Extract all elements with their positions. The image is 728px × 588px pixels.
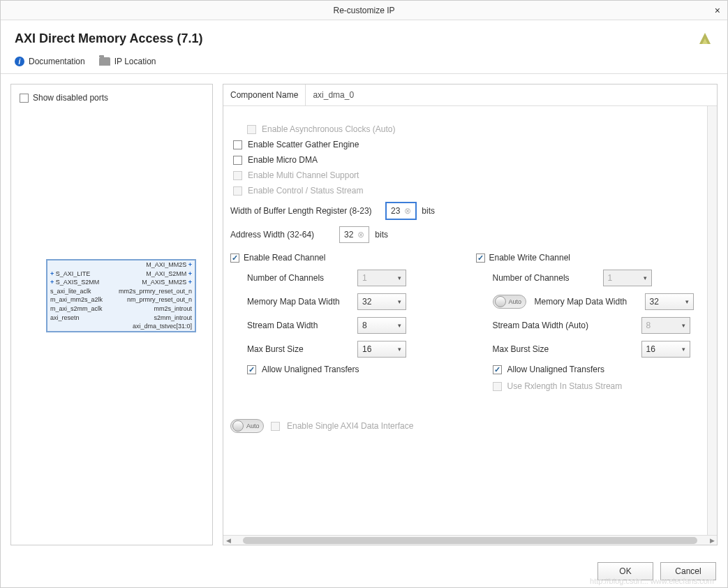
checkbox-icon bbox=[233, 156, 242, 165]
ok-button[interactable]: OK bbox=[597, 562, 653, 580]
folder-icon bbox=[99, 57, 110, 66]
write-mm-width-select[interactable]: 32▾ bbox=[645, 293, 694, 310]
channels-container: Enable Read Channel Number of Channels 1… bbox=[230, 253, 700, 398]
ip-block-diagram: M_AXI_MM2S + + S_AXI_LITEM_AXI_S2MM + + … bbox=[46, 259, 196, 332]
read-num-channels-select: 1▾ bbox=[357, 270, 406, 286]
show-disabled-ports-checkbox[interactable]: Show disabled ports bbox=[20, 93, 204, 103]
address-width-row: Address Width (32-64) 32 ⊗ bits bbox=[230, 226, 700, 243]
show-disabled-ports-label: Show disabled ports bbox=[33, 93, 108, 103]
window-title: Re-customize IP bbox=[333, 6, 394, 15]
enable-ctrl-status-checkbox: Enable Control / Status Stream bbox=[233, 186, 700, 196]
write-channel-group: Enable Write Channel Number of Channels … bbox=[476, 253, 701, 398]
vertical-scrollbar[interactable] bbox=[707, 106, 717, 535]
vendor-logo-icon bbox=[697, 30, 713, 47]
single-axi4-row: Auto Enable Single AXI4 Data Interface bbox=[230, 419, 700, 433]
address-width-input[interactable]: 32 ⊗ bbox=[339, 226, 369, 243]
checkbox-icon bbox=[247, 365, 256, 374]
header: AXI Direct Memory Access (7.1) bbox=[1, 20, 727, 54]
use-rxlength-checkbox: Use Rxlength In Status Stream bbox=[493, 381, 701, 391]
chevron-down-icon: ▾ bbox=[398, 322, 401, 329]
enable-write-channel-checkbox[interactable]: Enable Write Channel bbox=[476, 253, 701, 263]
documentation-link[interactable]: Documentation bbox=[29, 57, 85, 66]
checkbox-icon bbox=[233, 171, 242, 180]
buffer-width-label: Width of Buffer Length Register (8-23) bbox=[230, 206, 380, 216]
read-burst-select[interactable]: 16▾ bbox=[357, 341, 406, 358]
buffer-width-unit: bits bbox=[422, 206, 435, 216]
read-allow-unaligned-checkbox[interactable]: Allow Unaligned Transfers bbox=[247, 365, 455, 374]
checkbox-icon bbox=[233, 140, 242, 149]
auto-toggle[interactable]: Auto bbox=[230, 419, 264, 433]
write-stream-width-select: 8▾ bbox=[641, 317, 690, 334]
chevron-down-icon: ▾ bbox=[682, 346, 685, 353]
write-burst-select[interactable]: 16▾ bbox=[641, 341, 690, 358]
chevron-down-icon: ▾ bbox=[644, 274, 647, 281]
component-name-label: Component Name bbox=[223, 84, 306, 105]
toolbar: i Documentation IP Location bbox=[1, 54, 727, 74]
enable-read-channel-checkbox[interactable]: Enable Read Channel bbox=[230, 253, 455, 263]
address-width-label: Address Width (32-64) bbox=[230, 230, 334, 240]
close-icon[interactable]: × bbox=[715, 5, 720, 16]
checkbox-icon bbox=[476, 253, 485, 263]
checkbox-icon bbox=[271, 422, 280, 431]
titlebar: Re-customize IP × bbox=[1, 1, 727, 20]
checkbox-icon bbox=[230, 253, 239, 263]
chevron-down-icon: ▾ bbox=[685, 298, 689, 305]
auto-toggle[interactable]: Auto bbox=[493, 295, 526, 309]
component-name-row: Component Name axi_dma_0 bbox=[223, 84, 717, 106]
ip-location-link[interactable]: IP Location bbox=[114, 57, 156, 66]
block-diagram-panel: Show disabled ports M_AXI_MM2S + + S_AXI… bbox=[10, 84, 213, 545]
write-allow-unaligned-checkbox[interactable]: Allow Unaligned Transfers bbox=[493, 365, 701, 374]
footer: OK Cancel bbox=[1, 555, 727, 587]
checkbox-icon bbox=[493, 365, 502, 374]
config-panel: Component Name axi_dma_0 Enable Asynchro… bbox=[223, 84, 718, 545]
chevron-down-icon: ▾ bbox=[682, 322, 685, 329]
read-channel-group: Enable Read Channel Number of Channels 1… bbox=[230, 253, 455, 398]
clear-icon[interactable]: ⊗ bbox=[357, 230, 364, 240]
cancel-button[interactable]: Cancel bbox=[660, 562, 716, 580]
chevron-down-icon: ▾ bbox=[398, 274, 401, 281]
info-icon: i bbox=[15, 57, 24, 66]
dialog-window: Re-customize IP × AXI Direct Memory Acce… bbox=[0, 0, 728, 588]
options-scroll-area[interactable]: Enable Asynchronous Clocks (Auto) Enable… bbox=[223, 106, 707, 535]
scrollbar-thumb[interactable] bbox=[243, 537, 697, 544]
enable-async-clocks-checkbox: Enable Asynchronous Clocks (Auto) bbox=[247, 124, 700, 134]
component-name-value[interactable]: axi_dma_0 bbox=[306, 84, 717, 105]
buffer-width-input[interactable]: 23 ⊗ bbox=[386, 203, 416, 219]
scroll-left-icon[interactable]: ◀ bbox=[223, 537, 233, 544]
write-num-channels-select: 1▾ bbox=[603, 270, 652, 286]
enable-micro-dma-checkbox[interactable]: Enable Micro DMA bbox=[233, 155, 700, 165]
read-stream-width-select[interactable]: 8▾ bbox=[357, 317, 406, 334]
chevron-down-icon: ▾ bbox=[398, 298, 401, 305]
address-width-unit: bits bbox=[375, 230, 388, 240]
buffer-width-row: Width of Buffer Length Register (8-23) 2… bbox=[230, 203, 700, 219]
chevron-down-icon: ▾ bbox=[398, 346, 401, 353]
enable-scatter-gather-checkbox[interactable]: Enable Scatter Gather Engine bbox=[233, 140, 700, 149]
scroll-right-icon[interactable]: ▶ bbox=[707, 537, 717, 544]
horizontal-scrollbar[interactable]: ◀ ▶ bbox=[223, 535, 717, 545]
clear-icon[interactable]: ⊗ bbox=[404, 206, 411, 216]
checkbox-icon bbox=[247, 125, 256, 134]
enable-multi-channel-checkbox: Enable Multi Channel Support bbox=[233, 170, 700, 180]
read-mm-width-select[interactable]: 32▾ bbox=[357, 293, 406, 310]
checkbox-icon bbox=[493, 382, 502, 391]
checkbox-icon bbox=[233, 186, 242, 196]
body: Show disabled ports M_AXI_MM2S + + S_AXI… bbox=[1, 74, 727, 555]
checkbox-icon bbox=[20, 94, 29, 103]
ip-title: AXI Direct Memory Access (7.1) bbox=[15, 31, 202, 46]
